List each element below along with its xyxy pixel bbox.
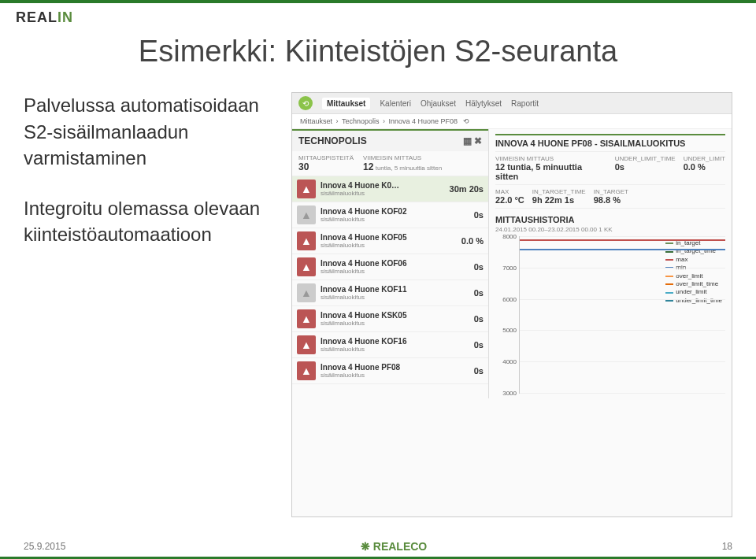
wrench-icon[interactable]: ✖ xyxy=(474,135,482,146)
paragraph-1: Palvelussa automatisoidaan S2-sisäilmanl… xyxy=(24,92,284,172)
legend-item: over_limit xyxy=(665,272,722,280)
room-sub: sisäilmaluokitus xyxy=(321,294,469,301)
room-list: ▲ Innova 4 Huone K0… sisäilmaluokitus 30… xyxy=(292,176,488,384)
stat-label: VIIMEISIN MITTAUS xyxy=(495,155,607,162)
room-info: Innova 4 Huone K0… sisäilmaluokitus xyxy=(321,181,445,197)
avatar-icon: ▲ xyxy=(297,205,316,224)
room-item[interactable]: ▲ Innova 4 Huone KSK05 sisäilmaluokitus … xyxy=(292,306,488,332)
room-name: Innova 4 Huone PF08 xyxy=(321,363,469,372)
right-stats-row2: MAX22.0 °CIN_TARGET_TIME9h 22m 1sIN_TARG… xyxy=(495,185,725,209)
legend-label: under_limit_time xyxy=(676,297,722,305)
grid-icon[interactable]: ▦ xyxy=(463,135,472,146)
room-sub: sisäilmaluokitus xyxy=(321,242,457,249)
legend-swatch xyxy=(665,292,673,294)
stat-label: MAX xyxy=(495,188,524,195)
logo-part2: IN xyxy=(57,9,73,25)
stat-col: IN_TARGET98.8 % xyxy=(594,188,628,205)
tab-halytykset[interactable]: Hälytykset xyxy=(465,99,502,108)
room-item[interactable]: ▲ Innova 4 Huone KOF11 sisäilmaluokitus … xyxy=(292,280,488,306)
crumb-1[interactable]: Technopolis xyxy=(342,117,380,125)
crumb-2[interactable]: Innova 4 Huone PF08 xyxy=(389,117,458,125)
stat-value: 0.0 % xyxy=(684,162,725,172)
refresh-icon[interactable]: ⟲ xyxy=(298,96,313,110)
stat-points-value: 30 xyxy=(298,161,354,172)
room-value: 0s xyxy=(474,210,484,220)
crumb-0[interactable]: Mittaukset xyxy=(300,117,332,125)
right-panel-title: INNOVA 4 HUONE PF08 - SISAILMALUOKITUS xyxy=(495,134,725,152)
room-item[interactable]: ▲ Innova 4 Huone K0… sisäilmaluokitus 30… xyxy=(292,176,488,202)
room-item[interactable]: ▲ Innova 4 Huone KOF06 sisäilmaluokitus … xyxy=(292,254,488,280)
stat-col: UNDER_LIMIT0.0 % xyxy=(684,155,725,181)
room-value: 0s xyxy=(474,314,484,324)
logo-part1: REAL xyxy=(16,9,57,25)
room-value: 0s xyxy=(474,340,484,350)
refresh-small-icon[interactable]: ⟲ xyxy=(463,117,469,125)
room-name: Innova 4 Huone KOF06 xyxy=(321,259,469,268)
tab-ohjaukset[interactable]: Ohjaukset xyxy=(421,99,456,108)
stat-label: UNDER_LIMIT xyxy=(684,155,725,162)
stat-col: UNDER_LIMIT_TIME0s xyxy=(615,155,676,181)
panel-tools: ▦ ✖ xyxy=(463,135,482,146)
avatar-icon: ▲ xyxy=(297,231,316,250)
room-item[interactable]: ▲ Innova 4 Huone PF08 sisäilmaluokitus 0… xyxy=(292,358,488,384)
tab-raportit[interactable]: Raportit xyxy=(511,99,539,108)
stat-points-label: MITTAUSPISTEITÄ xyxy=(298,154,354,161)
room-sub: sisäilmaluokitus xyxy=(321,346,469,353)
stat-points: MITTAUSPISTEITÄ 30 xyxy=(298,154,354,172)
room-sub: sisäilmaluokitus xyxy=(321,320,469,327)
chart-area: MITTAUSHISTORIA 24.01.2015 00.20–23.02.2… xyxy=(495,215,725,394)
room-name: Innova 4 Huone KOF05 xyxy=(321,233,457,242)
legend-swatch xyxy=(665,283,673,285)
legend-swatch xyxy=(665,300,673,302)
legend-label: over_limit_time xyxy=(676,280,718,288)
left-stats: MITTAUSPISTEITÄ 30 VIIMEISIN MITTAUS 12 … xyxy=(292,151,488,176)
stat-value: 0s xyxy=(615,162,676,172)
content-row: Palvelussa automatisoidaan S2-sisäilmanl… xyxy=(0,92,756,517)
room-name: Innova 4 Huone KSK05 xyxy=(321,311,469,320)
chart-line-max xyxy=(520,239,725,241)
legend-label: over_limit xyxy=(676,272,702,280)
chart-subtitle: 24.01.2015 00.20–23.02.2015 00.00 1 KK xyxy=(495,226,725,233)
room-sub: sisäilmaluokitus xyxy=(321,268,469,275)
stat-latest-suffix: tuntia, 5 minuuttia sitten xyxy=(376,165,443,172)
stat-label: IN_TARGET xyxy=(594,188,628,195)
legend-label: under_limit xyxy=(676,288,706,296)
grid-line xyxy=(520,361,725,362)
room-name: Innova 4 Huone KOF02 xyxy=(321,207,469,216)
top-border xyxy=(0,0,756,3)
avatar-icon: ▲ xyxy=(297,257,316,276)
avatar-icon: ▲ xyxy=(297,335,316,354)
stat-col: IN_TARGET_TIME9h 22m 1s xyxy=(532,188,586,205)
room-sub: sisäilmaluokitus xyxy=(321,216,469,223)
left-panel-header: TECHNOPOLIS ▦ ✖ xyxy=(292,129,488,151)
room-sub: sisäilmaluokitus xyxy=(321,190,445,197)
stat-col: VIIMEISIN MITTAUS12 tuntia, 5 minuuttia … xyxy=(495,155,607,181)
logo: REALIN xyxy=(16,9,73,26)
room-value: 30m 20s xyxy=(450,184,484,194)
room-name: Innova 4 Huone KOF16 xyxy=(321,337,469,346)
y-axis: 300040005000600070008000 xyxy=(496,236,518,393)
grid-line xyxy=(520,268,725,268)
y-tick: 5000 xyxy=(502,327,517,334)
stat-label: IN_TARGET_TIME xyxy=(532,188,586,195)
legend-item: under_limit_time xyxy=(665,297,722,305)
room-value: 0s xyxy=(474,366,484,376)
room-info: Innova 4 Huone KOF05 sisäilmaluokitus xyxy=(321,233,457,249)
grid-line xyxy=(520,299,725,300)
room-item[interactable]: ▲ Innova 4 Huone KOF02 sisäilmaluokitus … xyxy=(292,202,488,228)
room-item[interactable]: ▲ Innova 4 Huone KOF05 sisäilmaluokitus … xyxy=(292,228,488,254)
room-info: Innova 4 Huone KOF11 sisäilmaluokitus xyxy=(321,285,469,301)
y-tick: 4000 xyxy=(502,358,517,365)
tab-kalenteri[interactable]: Kalenteri xyxy=(380,99,410,108)
room-item[interactable]: ▲ Innova 4 Huone KOF16 sisäilmaluokitus … xyxy=(292,332,488,358)
legend-swatch xyxy=(665,242,673,244)
tab-mittaukset[interactable]: Mittaukset xyxy=(322,98,370,109)
room-info: Innova 4 Huone PF08 sisäilmaluokitus xyxy=(321,363,469,379)
stat-value: 12 tuntia, 5 minuuttia sitten xyxy=(495,162,607,181)
grid-line xyxy=(520,236,725,237)
room-name: Innova 4 Huone KOF11 xyxy=(321,285,469,294)
left-panel: TECHNOPOLIS ▦ ✖ MITTAUSPISTEITÄ 30 VIIME… xyxy=(292,129,489,398)
room-sub: sisäilmaluokitus xyxy=(321,372,469,379)
legend-label: max xyxy=(676,256,687,264)
avatar-icon: ▲ xyxy=(297,361,316,380)
